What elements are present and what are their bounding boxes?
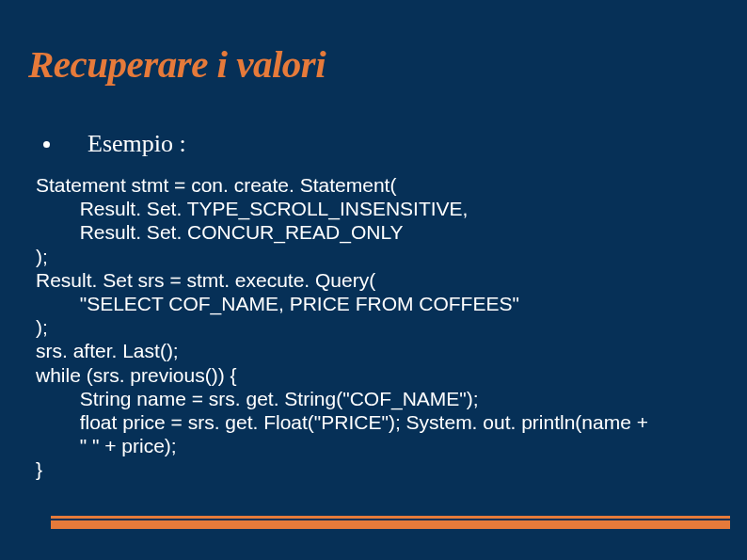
bullet-row: Esempio : [43,130,186,158]
footer-divider [51,520,730,529]
code-block: Statement stmt = con. create. Statement(… [36,173,713,481]
slide: Recuperare i valori Esempio : Statement … [0,0,747,560]
slide-title: Recuperare i valori [28,41,326,87]
bullet-icon [43,141,50,148]
bullet-text: Esempio : [87,130,186,158]
